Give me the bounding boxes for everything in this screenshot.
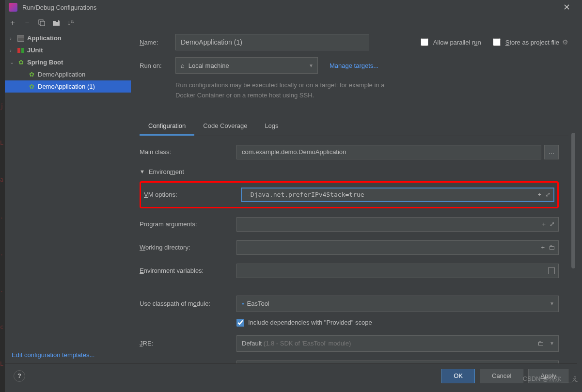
store-project-checkbox[interactable]: Store as project file [493, 38, 559, 46]
run-on-label: Run on: [140, 62, 175, 69]
app-icon [9, 3, 17, 12]
title-bar: Run/Debug Configurations ✕ [5, 0, 577, 15]
working-dir-input[interactable] [236, 240, 559, 255]
insert-icon[interactable]: + [537, 191, 541, 198]
insert-icon[interactable]: + [542, 220, 546, 228]
chevron-down-icon: ⌄ [10, 59, 16, 65]
tree-demo-app-2[interactable]: ✿ DemoApplication (1) [5, 80, 131, 93]
tab-logs[interactable]: Logs [256, 117, 287, 136]
footer: ? OK Cancel Apply [5, 363, 577, 388]
list-icon[interactable] [548, 267, 555, 274]
edit-templates-link[interactable]: Edit configuration templates... [5, 346, 131, 363]
vm-options-input[interactable] [241, 188, 554, 202]
tab-configuration[interactable]: Configuration [140, 117, 194, 136]
run-on-hint: Run configurations may be executed local… [175, 80, 398, 101]
chevron-right-icon: › [10, 35, 16, 41]
sort-button[interactable]: ↓ª [67, 18, 74, 27]
name-label: Name: [140, 39, 175, 46]
folder-icon[interactable]: 🗀 [549, 244, 555, 251]
help-button[interactable]: ? [14, 370, 25, 382]
sidebar: › Application › JUnit ⌄ ✿ Spring Boot ✿ … [5, 31, 131, 363]
spring-error-icon: ✿ [27, 71, 36, 78]
tree-demo-app-1[interactable]: ✿ DemoApplication [5, 68, 131, 80]
remove-button[interactable]: － [23, 18, 31, 28]
toolbar: ＋ － ▸ ↓ª [5, 15, 577, 31]
run-debug-dialog: Run/Debug Configurations ✕ ＋ － ▸ ↓ª › Ap… [5, 0, 577, 388]
jre-label: JRE: [140, 340, 236, 347]
browse-main-class-button[interactable]: … [544, 145, 559, 159]
chevron-down-icon: ▼ [140, 169, 145, 174]
run-on-dropdown[interactable]: ⌂ Local machine ▼ [175, 57, 318, 74]
gear-icon[interactable]: ⚙ [562, 38, 568, 46]
module-icon: ▪ [242, 300, 244, 307]
env-vars-input[interactable] [236, 264, 559, 278]
svg-text:▸: ▸ [58, 19, 60, 23]
vm-options-label: VM options: [144, 191, 241, 198]
expand-icon[interactable]: ⤢ [550, 220, 555, 228]
chevron-down-icon: ▼ [550, 341, 554, 346]
content-panel: Name: Allow parallel run Store as projec… [131, 31, 577, 363]
classpath-label: Use classpath of module: [140, 300, 236, 307]
main-class-input[interactable] [236, 145, 541, 159]
ok-button[interactable]: OK [441, 369, 475, 383]
chevron-down-icon: ▼ [309, 63, 314, 68]
config-tree: › Application › JUnit ⌄ ✿ Spring Boot ✿ … [5, 31, 131, 346]
add-button[interactable]: ＋ [9, 18, 16, 28]
vm-options-highlight: VM options: +⤢ [140, 181, 559, 208]
insert-icon[interactable]: + [541, 244, 545, 251]
tree-spring-boot[interactable]: ⌄ ✿ Spring Boot [5, 56, 131, 68]
scrollbar[interactable] [570, 133, 576, 363]
folder-icon[interactable]: 🗀 [537, 340, 544, 347]
copy-button[interactable] [38, 19, 46, 27]
tabs: Configuration Code Coverage Logs [140, 117, 568, 136]
expand-icon[interactable]: ⤢ [545, 191, 551, 198]
apply-button[interactable]: Apply [528, 369, 568, 383]
spring-icon: ✿ [27, 83, 36, 90]
jre-dropdown[interactable]: Default (1.8 - SDK of 'EasTool' module) … [236, 335, 559, 352]
allow-parallel-checkbox[interactable]: Allow parallel run [421, 38, 481, 46]
window-title: Run/Debug Configurations [22, 4, 560, 11]
program-args-input[interactable] [236, 217, 559, 232]
name-input[interactable] [175, 34, 369, 50]
tree-junit[interactable]: › JUnit [5, 44, 131, 56]
shorten-cmd-dropdown[interactable]: none - java [options] className [args] ▼ [236, 361, 559, 363]
chevron-down-icon: ▼ [550, 301, 554, 306]
include-provided-checkbox[interactable]: Include dependencies with "Provided" sco… [236, 319, 559, 327]
save-template-button[interactable]: ▸ [52, 19, 60, 26]
close-icon[interactable]: ✕ [560, 2, 573, 13]
application-icon [16, 35, 25, 42]
cancel-button[interactable]: Cancel [480, 369, 523, 383]
manage-targets-link[interactable]: Manage targets... [330, 62, 378, 69]
junit-icon [16, 47, 25, 54]
program-args-label: Program arguments: [140, 220, 236, 228]
environment-section[interactable]: ▼ Environment [140, 168, 559, 175]
tree-application[interactable]: › Application [5, 32, 131, 44]
home-icon: ⌂ [181, 62, 185, 69]
working-dir-label: Working directory: [140, 244, 236, 251]
svg-rect-1 [40, 21, 45, 26]
chevron-right-icon: › [10, 47, 16, 53]
spring-icon: ✿ [16, 59, 25, 66]
classpath-dropdown[interactable]: ▪ EasTool ▼ [236, 296, 559, 312]
main-class-label: Main class: [140, 148, 236, 156]
env-vars-label: Environment variables: [140, 267, 236, 274]
tab-code-coverage[interactable]: Code Coverage [194, 117, 256, 136]
